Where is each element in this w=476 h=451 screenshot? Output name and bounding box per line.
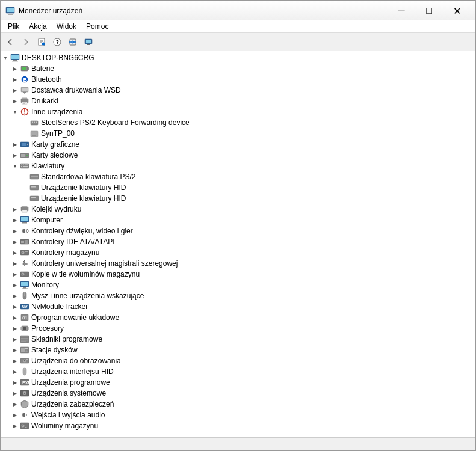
svg-rect-133: [25, 427, 27, 428]
monitor-button[interactable]: [81, 35, 96, 49]
tree-icon-drukarki: [20, 96, 29, 106]
tree-item-hid1[interactable]: Urządzenie klawiatury HID: [1, 182, 475, 193]
title-controls: ─ □ ✕: [388, 1, 471, 20]
tree-toggle[interactable]: ▶: [10, 301, 20, 312]
tree-toggle[interactable]: ▶: [10, 63, 20, 74]
tree-item-karty-graficzne[interactable]: ▶Karty graficzne: [1, 139, 475, 150]
scan-button[interactable]: [66, 35, 80, 49]
tree-item-procesory[interactable]: ▶Procesory: [1, 323, 475, 334]
tree-item-inne[interactable]: ▼!Inne urządzenia: [1, 106, 475, 117]
tree-item-urzadzenia-systemowe[interactable]: ▶Urządzenia systemowe: [1, 388, 475, 399]
tree-item-hid2[interactable]: Urządzenie klawiatury HID: [1, 193, 475, 204]
svg-rect-31: [22, 98, 27, 100]
tree-toggle[interactable]: ▶: [10, 366, 20, 377]
tree-toggle[interactable]: ▶: [10, 355, 20, 366]
tree-item-stacje[interactable]: ▶Stacje dysków: [1, 345, 475, 355]
tree-item-kontrolery-ide[interactable]: ▶Kontrolery IDE ATA/ATAPI: [1, 236, 475, 247]
svg-rect-79: [25, 240, 28, 244]
tree-toggle[interactable]: ▼: [1, 52, 10, 63]
tree-toggle[interactable]: ▶: [10, 247, 20, 258]
menu-action[interactable]: Akcja: [24, 21, 51, 32]
tree-item-oprogramowanie[interactable]: ▶01Oprogramowanie układowe: [1, 312, 475, 323]
tree-icon-kopie: [20, 269, 29, 279]
menu-help[interactable]: Pomoc: [81, 21, 113, 32]
help-button[interactable]: ?: [50, 35, 64, 49]
tree-item-std-klawiatura[interactable]: Standardowa klawiatura PS/2: [1, 171, 475, 182]
tree-item-bluetooth[interactable]: ▶BBluetooth: [1, 74, 475, 85]
tree-icon-urzadzenia-hid: [20, 367, 29, 376]
tree-toggle[interactable]: ▶: [10, 226, 20, 236]
tree-item-drukarki[interactable]: ▶Drukarki: [1, 96, 475, 106]
tree-item-skladniki[interactable]: ▶Składniki programowe: [1, 334, 475, 345]
tree-toggle[interactable]: ▶: [10, 74, 20, 85]
svg-rect-61: [34, 176, 36, 177]
tree-item-klawiatury[interactable]: ▼Klawiatury: [1, 161, 475, 171]
maximize-button[interactable]: □: [415, 1, 443, 20]
tree-view[interactable]: ▼DESKTOP-BNG6CRG▶Baterie▶BBluetooth▶Dost…: [1, 51, 475, 437]
tree-icon-urzadzenia-zabezpieczen: [20, 399, 29, 409]
close-button[interactable]: ✕: [443, 1, 471, 20]
tree-item-urzadzenia-hid[interactable]: ▶Urządzenia interfejsu HID: [1, 366, 475, 377]
tree-item-komputer[interactable]: ▶Komputer: [1, 215, 475, 226]
tree-toggle[interactable]: ▼: [10, 106, 20, 117]
tree-toggle[interactable]: ▶: [10, 150, 20, 161]
tree-item-karty-sieciowe[interactable]: ▶Karty sieciowe: [1, 150, 475, 161]
tree-toggle[interactable]: ▶: [10, 204, 20, 215]
back-button[interactable]: [3, 35, 17, 49]
tree-toggle[interactable]: ▶: [10, 280, 20, 290]
tree-toggle[interactable]: ▶: [10, 410, 20, 420]
menu-view[interactable]: Widok: [52, 21, 81, 32]
svg-rect-68: [31, 197, 32, 198]
tree-label: SteelSeries PS/2 Keyboard Forwarding dev…: [41, 118, 190, 127]
tree-label: Kontrolery IDE ATA/ATAPI: [31, 238, 115, 246]
minimize-button[interactable]: ─: [388, 1, 415, 20]
tree-item-kopie[interactable]: ▶Kopie w tle woluminów magazynu: [1, 269, 475, 280]
tree-toggle[interactable]: ▶: [10, 399, 20, 410]
tree-item-wejscia-wyjscia[interactable]: ▶Wejścia i wyjścia audio: [1, 410, 475, 420]
tree-item-dostawca[interactable]: ▶Dostawca drukowania WSD: [1, 85, 475, 96]
svg-rect-64: [31, 186, 32, 188]
tree-toggle[interactable]: ▶: [10, 323, 20, 334]
svg-rect-65: [32, 186, 34, 188]
tree-item-mysz[interactable]: ▶Mysz i inne urządzenia wskazujące: [1, 290, 475, 301]
tree-item-kontrolery-usb[interactable]: ▶Kontrolery uniwersalnej magistrali szer…: [1, 258, 475, 269]
tree-toggle[interactable]: ▶: [10, 312, 20, 323]
tree-item-woluminy[interactable]: ▶Woluminy magazynu: [1, 420, 475, 431]
tree-item-urzadzenia-programowe[interactable]: ▶EXEUrządzenia programowe: [1, 377, 475, 388]
title-bar-left: Menedzer urządzeń: [5, 6, 82, 16]
tree-item-baterie[interactable]: ▶Baterie: [1, 63, 475, 74]
tree-item-urzadzenia-obrazowania[interactable]: ▶Urządzenia do obrazowania: [1, 355, 475, 366]
tree-toggle[interactable]: ▶: [10, 420, 20, 431]
tree-item-kolejki[interactable]: ▶Kolejki wydruku: [1, 204, 475, 215]
tree-toggle[interactable]: ▶: [10, 269, 20, 280]
tree-toggle[interactable]: ▶: [10, 215, 20, 226]
properties-button[interactable]: i: [34, 35, 49, 49]
svg-rect-115: [25, 348, 28, 349]
svg-text:i: i: [43, 43, 43, 46]
tree-item-kontrolery-magazynu[interactable]: ▶Kontrolery magazynu: [1, 247, 475, 258]
tree-toggle[interactable]: ▼: [10, 161, 20, 171]
tree-item-syntp[interactable]: SynTP_00: [1, 128, 475, 139]
tree-toggle[interactable]: ▶: [10, 258, 20, 269]
tree-toggle[interactable]: ▶: [10, 377, 20, 388]
tree-toggle[interactable]: ▶: [10, 345, 20, 355]
svg-rect-92: [21, 282, 28, 286]
tree-toggle[interactable]: ▶: [10, 388, 20, 399]
tree-item-nvmodule[interactable]: ▶NVNvModuleTracker: [1, 301, 475, 312]
tree-toggle[interactable]: ▶: [10, 85, 20, 96]
tree-item-kontrolery-dzwieku[interactable]: ▶Kontrolery dźwięku, wideo i gier: [1, 226, 475, 236]
svg-rect-78: [21, 241, 24, 243]
tree-toggle[interactable]: ▶: [10, 290, 20, 301]
tree-item-root[interactable]: ▼DESKTOP-BNG6CRG: [1, 52, 475, 63]
tree-item-urzadzenia-zabezpieczen[interactable]: ▶Urządzenia zabezpieczeń: [1, 399, 475, 410]
tree-toggle[interactable]: ▶: [10, 139, 20, 150]
svg-rect-2: [7, 8, 14, 12]
tree-toggle[interactable]: ▶: [10, 236, 20, 247]
forward-button[interactable]: [19, 35, 33, 49]
tree-label: Kontrolery dźwięku, wideo i gier: [31, 227, 133, 235]
tree-item-steelseries[interactable]: SteelSeries PS/2 Keyboard Forwarding dev…: [1, 117, 475, 128]
tree-toggle[interactable]: ▶: [10, 334, 20, 345]
menu-file[interactable]: Plik: [3, 21, 24, 32]
tree-item-monitory[interactable]: ▶Monitory: [1, 280, 475, 290]
tree-toggle[interactable]: ▶: [10, 96, 20, 106]
